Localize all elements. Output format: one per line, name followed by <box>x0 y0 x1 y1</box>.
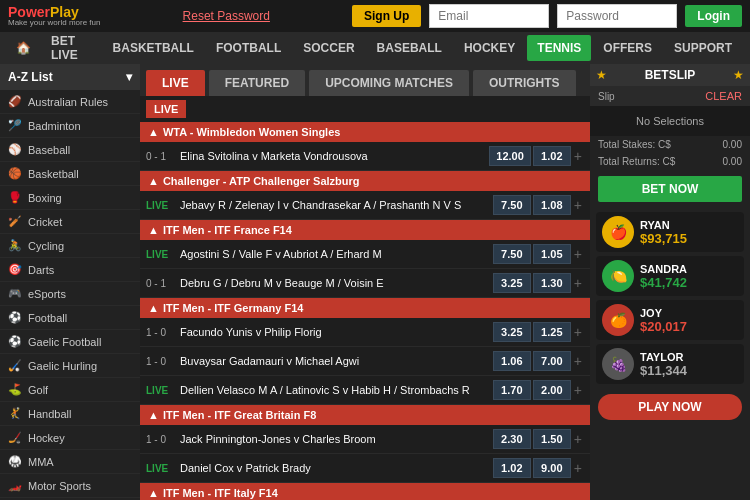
sport-icon: 🥋 <box>8 455 22 468</box>
signup-button[interactable]: Sign Up <box>352 5 421 27</box>
sport-icon: 🏈 <box>8 95 22 108</box>
more-icon[interactable]: + <box>572 246 584 262</box>
sport-icon: 🏏 <box>8 215 22 228</box>
odd-button-1[interactable]: 3.25 <box>493 273 531 293</box>
more-icon[interactable]: + <box>572 148 584 164</box>
sidebar-item-darts[interactable]: 🎯Darts <box>0 258 140 282</box>
sidebar-item-handball[interactable]: 🤾Handball <box>0 402 140 426</box>
match-live-badge: LIVE <box>146 200 174 211</box>
odd-button-2[interactable]: 1.08 <box>533 195 571 215</box>
collapse-icon[interactable]: ▲ <box>148 224 159 236</box>
collapse-icon[interactable]: ▲ <box>148 409 159 421</box>
more-icon[interactable]: + <box>572 197 584 213</box>
sidebar-item-cycling[interactable]: 🚴Cycling <box>0 234 140 258</box>
odd-button-1[interactable]: 2.30 <box>493 429 531 449</box>
nav-support[interactable]: SUPPORT <box>664 35 742 61</box>
live-indicator: LIVE <box>146 100 186 118</box>
sport-icon: ⚽ <box>8 335 22 348</box>
password-input[interactable] <box>557 4 677 28</box>
odd-button-1[interactable]: 12.00 <box>489 146 531 166</box>
main-layout: A-Z List ▾ 🏈Australian Rules 🏸Badminton … <box>0 64 750 500</box>
right-panel: ★ BETSLIP ★ Slip CLEAR No Selections Tot… <box>590 64 750 500</box>
odd-button-1[interactable]: 1.70 <box>493 380 531 400</box>
nav-hockey[interactable]: HOCKEY <box>454 35 525 61</box>
odd-button-1[interactable]: 1.06 <box>493 351 531 371</box>
sidebar-item-boxing[interactable]: 🥊Boxing <box>0 186 140 210</box>
sidebar-item-mma[interactable]: 🥋MMA <box>0 450 140 474</box>
more-icon[interactable]: + <box>572 353 584 369</box>
table-row: LIVE Agostini S / Valle F v Aubriot A / … <box>140 240 590 269</box>
sidebar-item-baseball[interactable]: ⚾Baseball <box>0 138 140 162</box>
more-icon[interactable]: + <box>572 460 584 476</box>
sidebar-header[interactable]: A-Z List ▾ <box>0 64 140 90</box>
bet-now-button[interactable]: BET NOW <box>598 176 742 202</box>
odd-button-2[interactable]: 9.00 <box>533 458 571 478</box>
email-input[interactable] <box>429 4 549 28</box>
collapse-icon[interactable]: ▲ <box>148 302 159 314</box>
sport-icon: 🎯 <box>8 263 22 276</box>
winner-card-joy[interactable]: 🍊 JOY $20,017 <box>596 300 744 340</box>
sidebar-item-basketball[interactable]: 🏀Basketball <box>0 162 140 186</box>
odd-button-1[interactable]: 3.25 <box>493 322 531 342</box>
sidebar-item-badminton[interactable]: 🏸Badminton <box>0 114 140 138</box>
table-row: 0 - 1 Elina Svitolina v Marketa Vondrous… <box>140 142 590 171</box>
collapse-icon[interactable]: ▲ <box>148 487 159 499</box>
more-icon[interactable]: + <box>572 275 584 291</box>
nav-tennis[interactable]: TENNIS <box>527 35 591 61</box>
sidebar-item-motor-sports[interactable]: 🏎️Motor Sports <box>0 474 140 498</box>
sport-icon: ⚽ <box>8 311 22 324</box>
tab-upcoming[interactable]: UPCOMING MATCHES <box>309 70 469 96</box>
center-content: LIVE FEATURED UPCOMING MATCHES OUTRIGHTS… <box>140 64 590 500</box>
nav-bet-live[interactable]: BET LIVE <box>41 28 101 68</box>
sidebar-item-gaelic-hurling[interactable]: 🏑Gaelic Hurling <box>0 354 140 378</box>
table-row: 1 - 0 Jack Pinnington-Jones v Charles Br… <box>140 425 590 454</box>
chevron-down-icon: ▾ <box>126 70 132 84</box>
odd-button-2[interactable]: 1.50 <box>533 429 571 449</box>
reset-password-link[interactable]: Reset Password <box>183 9 270 23</box>
nav-soccer[interactable]: SOCCER <box>293 35 364 61</box>
sidebar-item-hockey[interactable]: 🏒Hockey <box>0 426 140 450</box>
tab-outrights[interactable]: OUTRIGHTS <box>473 70 576 96</box>
sport-icon: ⚾ <box>8 143 22 156</box>
star-icon-left: ★ <box>596 68 607 82</box>
clear-button[interactable]: CLEAR <box>705 90 742 102</box>
odd-button-2[interactable]: 1.30 <box>533 273 571 293</box>
nav-basketball[interactable]: BASKETBALL <box>103 35 204 61</box>
table-row: LIVE Jebavy R / Zelenay I v Chandrasekar… <box>140 191 590 220</box>
sidebar-item-australian-rules[interactable]: 🏈Australian Rules <box>0 90 140 114</box>
more-icon[interactable]: + <box>572 431 584 447</box>
match-name: Debru G / Debru M v Beauge M / Voisin E <box>174 277 492 289</box>
avatar-sandra: 🍋 <box>602 260 634 292</box>
winner-card-sandra[interactable]: 🍋 SANDRA $41,742 <box>596 256 744 296</box>
tab-featured[interactable]: FEATURED <box>209 70 305 96</box>
odd-button-1[interactable]: 7.50 <box>493 195 531 215</box>
match-live-badge: LIVE <box>146 463 174 474</box>
tab-live[interactable]: LIVE <box>146 70 205 96</box>
nav-football[interactable]: FOOTBALL <box>206 35 291 61</box>
sidebar-item-esports[interactable]: 🎮eSports <box>0 282 140 306</box>
sidebar-item-gaelic-football[interactable]: ⚽Gaelic Football <box>0 330 140 354</box>
odd-button-2[interactable]: 1.25 <box>533 322 571 342</box>
login-button[interactable]: Login <box>685 5 742 27</box>
nav-offers[interactable]: OFFERS <box>593 35 662 61</box>
nav-baseball[interactable]: BASEBALL <box>367 35 452 61</box>
odd-button-2[interactable]: 1.05 <box>533 244 571 264</box>
odd-button-1[interactable]: 1.02 <box>493 458 531 478</box>
winner-card-ryan[interactable]: 🍎 RYAN $93,715 <box>596 212 744 252</box>
odd-button-2[interactable]: 2.00 <box>533 380 571 400</box>
winner-card-taylor[interactable]: 🍇 TAYLOR $11,344 <box>596 344 744 384</box>
more-icon[interactable]: + <box>572 324 584 340</box>
sidebar-item-cricket[interactable]: 🏏Cricket <box>0 210 140 234</box>
more-icon[interactable]: + <box>572 382 584 398</box>
odd-button-2[interactable]: 1.02 <box>533 146 571 166</box>
sidebar-item-football[interactable]: ⚽Football <box>0 306 140 330</box>
collapse-icon[interactable]: ▲ <box>148 126 159 138</box>
odd-button-2[interactable]: 7.00 <box>533 351 571 371</box>
sidebar-item-golf[interactable]: ⛳Golf <box>0 378 140 402</box>
odd-button-1[interactable]: 7.50 <box>493 244 531 264</box>
section-itf-gb: ▲ ITF Men - ITF Great Britain F8 <box>140 405 590 425</box>
home-icon[interactable]: 🏠 <box>8 35 39 61</box>
collapse-icon[interactable]: ▲ <box>148 175 159 187</box>
match-live-badge: LIVE <box>146 385 174 396</box>
play-now-button[interactable]: PLAY NOW <box>598 394 742 420</box>
